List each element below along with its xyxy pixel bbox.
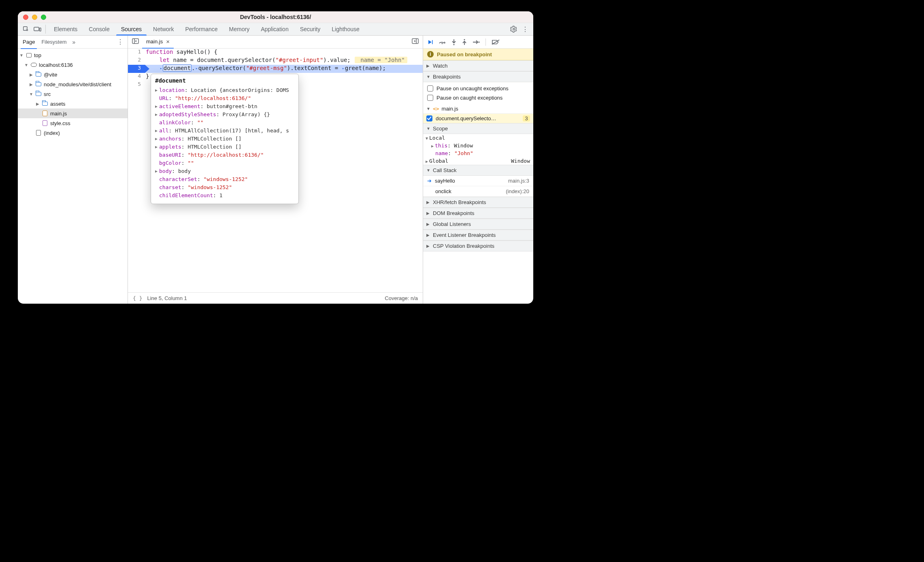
- section-scope[interactable]: ▼Scope: [423, 123, 533, 134]
- object-popover[interactable]: #document ▶location: Location {ancestorO…: [151, 74, 299, 204]
- step-out-icon[interactable]: [462, 39, 467, 45]
- editor-tab-mainjs[interactable]: main.js ×: [142, 36, 174, 49]
- tab-elements[interactable]: Elements: [48, 23, 83, 35]
- editor-tab-label: main.js: [146, 38, 163, 45]
- step-icon[interactable]: [473, 40, 480, 45]
- tree-label: style.css: [50, 120, 70, 126]
- svg-rect-1: [34, 27, 38, 31]
- step-over-icon[interactable]: [439, 39, 446, 45]
- pause-uncaught-checkbox[interactable]: Pause on uncaught exceptions: [427, 84, 529, 93]
- debugger-pane: i Paused on breakpoint ▶Watch ▼Breakpoin…: [423, 36, 533, 304]
- section-global-listeners[interactable]: ▶Global Listeners: [423, 219, 533, 230]
- breakpoint-line-badge: 3: [523, 115, 530, 121]
- devtools-window: DevTools - localhost:6136/ Elements Cons…: [18, 11, 533, 304]
- inline-value: name = "John": [355, 57, 407, 63]
- nav-more-icon[interactable]: »: [72, 39, 76, 45]
- tab-console[interactable]: Console: [83, 23, 115, 35]
- tab-performance[interactable]: Performance: [179, 23, 223, 35]
- device-icon[interactable]: [32, 23, 43, 35]
- pretty-print-icon[interactable]: { }: [133, 295, 142, 301]
- tab-security[interactable]: Security: [294, 23, 326, 35]
- section-watch[interactable]: ▶Watch: [423, 60, 533, 71]
- nav-tab-page[interactable]: Page: [19, 36, 38, 49]
- pause-caught-checkbox[interactable]: Pause on caught exceptions: [427, 93, 529, 102]
- section-callstack[interactable]: ▼Call Stack: [423, 165, 533, 176]
- minimize-icon[interactable]: [32, 15, 37, 20]
- tab-application[interactable]: Application: [255, 23, 294, 35]
- main: Page Filesystem » ⋮ ▼top ▼localhost:6136…: [18, 36, 533, 304]
- section-dom[interactable]: ▶DOM Breakpoints: [423, 208, 533, 219]
- tree-folder-src[interactable]: ▼src: [18, 89, 128, 99]
- section-event-listeners[interactable]: ▶Event Listener Breakpoints: [423, 230, 533, 241]
- svg-point-9: [464, 39, 465, 40]
- scope-global[interactable]: ▶GlobalWindow: [423, 157, 533, 165]
- breakpoint-checkbox[interactable]: [426, 115, 432, 121]
- tab-lighthouse[interactable]: Lighthouse: [326, 23, 365, 35]
- inspect-icon[interactable]: [20, 23, 32, 35]
- popover-title: #document: [155, 77, 294, 84]
- tree-label: src: [44, 91, 51, 97]
- close-icon[interactable]: ×: [166, 38, 170, 45]
- resume-icon[interactable]: [427, 39, 433, 45]
- svg-point-7: [442, 43, 443, 44]
- file-tree: ▼top ▼localhost:6136 ▶@vite ▶node_module…: [18, 49, 128, 304]
- tree-folder-nodemodules[interactable]: ▶node_modules/vite/dist/client: [18, 79, 128, 89]
- tree-host[interactable]: ▼localhost:6136: [18, 60, 128, 70]
- svg-point-10: [478, 41, 479, 43]
- tree-file-index[interactable]: (index): [18, 128, 128, 138]
- current-frame-icon: ➔: [427, 178, 432, 184]
- deactivate-breakpoints-icon[interactable]: [492, 39, 500, 45]
- tree-label: main.js: [50, 111, 67, 117]
- divider: [45, 25, 46, 34]
- tab-network[interactable]: Network: [147, 23, 179, 35]
- tab-memory[interactable]: Memory: [224, 23, 255, 35]
- toggle-navigator-icon[interactable]: [129, 38, 142, 46]
- titlebar: DevTools - localhost:6136/: [18, 11, 533, 23]
- section-xhr[interactable]: ▶XHR/fetch Breakpoints: [423, 197, 533, 208]
- code-area[interactable]: 1function sayHello() { 2 let name = docu…: [128, 49, 423, 292]
- stack-frame[interactable]: onclick(index):20: [423, 186, 533, 197]
- navigator: Page Filesystem » ⋮ ▼top ▼localhost:6136…: [18, 36, 128, 304]
- settings-icon[interactable]: [508, 23, 519, 35]
- tree-label: localhost:6136: [39, 62, 73, 68]
- scope-this[interactable]: ▶this: Window: [423, 142, 533, 149]
- tree-label: node_modules/vite/dist/client: [44, 81, 111, 87]
- editor-status: { } Line 5, Column 1 Coverage: n/a: [128, 292, 423, 304]
- tree-folder-assets[interactable]: ▶assets: [18, 99, 128, 109]
- stack-frame-current[interactable]: ➔ sayHellomain.js:3: [423, 176, 533, 186]
- section-breakpoints[interactable]: ▼Breakpoints: [423, 71, 533, 82]
- tree-top[interactable]: ▼top: [18, 50, 128, 60]
- kebab-icon[interactable]: ⋮: [519, 23, 531, 35]
- zoom-icon[interactable]: [41, 15, 46, 20]
- scope-name[interactable]: name: "John": [423, 149, 533, 157]
- step-into-icon[interactable]: [451, 39, 456, 45]
- breakpoint-file[interactable]: ▼<>main.js: [423, 104, 533, 114]
- debugger-toolbar: [423, 36, 533, 49]
- tree-label: assets: [50, 101, 66, 107]
- navigator-tabs: Page Filesystem » ⋮: [18, 36, 128, 49]
- nav-tab-filesystem[interactable]: Filesystem: [38, 36, 70, 49]
- tree-label: top: [34, 52, 41, 58]
- traffic-lights: [23, 15, 46, 20]
- toggle-debugger-icon[interactable]: [408, 38, 423, 46]
- tree-file-stylecss[interactable]: style.css: [18, 118, 128, 128]
- close-icon[interactable]: [23, 15, 28, 20]
- nav-kebab-icon[interactable]: ⋮: [115, 38, 126, 46]
- info-icon: i: [427, 51, 434, 57]
- pause-text: Paused on breakpoint: [437, 51, 492, 57]
- breakpoint-entry[interactable]: document.querySelecto…3: [423, 114, 533, 123]
- editor: main.js × 1function sayHello() { 2 let n…: [128, 36, 423, 304]
- scope-local[interactable]: ▼Local: [423, 134, 533, 142]
- hover-token[interactable]: document: [163, 64, 192, 72]
- tree-folder-vite[interactable]: ▶@vite: [18, 70, 128, 79]
- tree-file-mainjs[interactable]: main.js: [18, 109, 128, 118]
- pause-banner: i Paused on breakpoint: [423, 49, 533, 60]
- breakpoints-body: Pause on uncaught exceptions Pause on ca…: [423, 82, 533, 104]
- tab-sources[interactable]: Sources: [115, 23, 147, 35]
- tree-label: (index): [44, 130, 60, 136]
- svg-rect-2: [39, 28, 40, 31]
- svg-point-3: [513, 28, 515, 30]
- svg-rect-6: [432, 40, 433, 44]
- section-csp[interactable]: ▶CSP Violation Breakpoints: [423, 241, 533, 251]
- tree-label: @vite: [44, 72, 57, 78]
